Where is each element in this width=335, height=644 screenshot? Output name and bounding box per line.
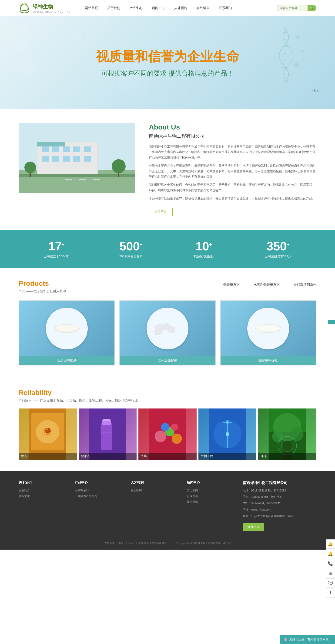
medicine-bg: [138, 408, 197, 460]
reliability-eco[interactable]: 环保: [258, 408, 316, 460]
nav-home[interactable]: 网站首页: [85, 6, 98, 10]
svg-rect-50: [101, 432, 112, 432]
logo-chinese: 绿神生物: [33, 3, 71, 10]
hero-subtitle: 可根据客户不同的要求 提供合格满意的产品！: [96, 69, 239, 78]
footer-address: 地址：江苏省南通市百四鑫桃梅源工业园: [243, 514, 316, 519]
product-label-0: 食品级壳聚糖: [19, 356, 114, 365]
svg-line-7: [284, 74, 288, 74]
hero-title: 视质量和信誉为企业生命: [96, 48, 239, 66]
about-section: About Us 南通绿神生物工程有限公司 南通绿神生物工程有限公司于多年成立于…: [0, 109, 335, 230]
footer-recruit-link-0[interactable]: 社会招聘: [131, 488, 180, 493]
online-consult-fixed[interactable]: 在线咨询: [328, 320, 335, 324]
dna-decoration: [251, 23, 316, 88]
product-img-2: [221, 300, 316, 356]
nav-products[interactable]: 产品中心: [130, 6, 143, 10]
hero-title-part1: 视: [96, 49, 109, 64]
reliability-grid: 🥮 食品 化妆品: [19, 408, 316, 460]
about-building-image: [19, 123, 135, 193]
products-tab-1[interactable]: 水溶性壳聚糖系列: [254, 283, 280, 287]
reliability-cosmetic[interactable]: 化妆品: [79, 408, 137, 460]
svg-rect-33: [93, 179, 100, 180]
footer-grid: 关于我们 企业简介 企业文化 产品中心 壳聚糖系列 不可描述产品系列 人才招聘 …: [19, 480, 316, 531]
footer-bottom-link-3[interactable]: 把绿神生物添加到收藏夹！: [138, 542, 169, 544]
eco-bg: [258, 408, 316, 460]
svg-rect-22: [63, 156, 70, 162]
reliability-title-en: Reliability: [19, 389, 52, 397]
svg-rect-47: [101, 422, 112, 450]
footer-bottom: 友情链接 | RSS | XML | 把绿神生物添加到收藏夹！ Copyrigh…: [19, 538, 316, 545]
reliability-medicine[interactable]: 医药: [138, 408, 197, 460]
footer-online-btn[interactable]: 在线咨询: [243, 523, 264, 531]
hero-banner: 视质量和信誉为企业生命 可根据客户不同的要求 提供合格满意的产品！ • 03: [0, 16, 335, 109]
svg-rect-23: [73, 156, 80, 162]
svg-line-2: [283, 40, 290, 40]
svg-line-1: [284, 32, 288, 32]
reliability-bio[interactable]: 生物工程: [198, 408, 257, 460]
footer-news-link-2[interactable]: 技术资讯: [187, 500, 236, 504]
about-more-button[interactable]: 查看更多: [149, 208, 173, 216]
reliability-header: Reliability: [19, 389, 316, 397]
reliability-bio-label: 生物工程: [198, 453, 257, 460]
about-text-2: 公司的主要产品有：壳聚糖系列、氨基葡萄糖系列、天然溶清剂系列、水溶性壳聚糖系列，…: [149, 163, 316, 179]
svg-point-9: [301, 50, 304, 52]
nav-recruit[interactable]: 人才招聘: [174, 6, 187, 10]
reliability-eco-label: 环保: [258, 453, 316, 460]
logo-text: 绿神生物 LUSHEN BIOENGINEERING: [33, 3, 71, 13]
product-card-1[interactable]: 工业级壳聚糖: [119, 300, 215, 366]
footer: 关于我们 企业简介 企业文化 产品中心 壳聚糖系列 不可描述产品系列 人才招聘 …: [0, 471, 335, 550]
stat-capital: 350+ 公司注册资本358万: [265, 239, 291, 258]
footer-news-link-1[interactable]: 行业资讯: [187, 494, 236, 498]
stat-team-num: 10+: [193, 239, 214, 253]
products-sub: 产品 —— 把专业和责任融入其中: [19, 289, 316, 294]
product-card-2[interactable]: 壳聚糖季铵盐: [220, 300, 316, 366]
svg-point-62: [226, 421, 229, 424]
hero-content: 视质量和信誉为企业生命 可根据客户不同的要求 提供合格满意的产品！: [96, 48, 239, 78]
products-header: Products 壳聚糖系列 水溶性壳聚糖系列 天然溶清剂系列: [19, 280, 316, 287]
about-text-4: 本公司坚守以质量求生存，以信誉求发展的准则，视质量和信誉为企业生命，可根据客户不…: [149, 196, 316, 201]
sidebar-bell-2[interactable]: 🔔: [326, 549, 335, 550]
nav-message[interactable]: 在线留言: [197, 6, 210, 10]
svg-rect-26: [19, 174, 135, 177]
nav-about[interactable]: 关于我们: [107, 6, 120, 10]
footer-product-link-1[interactable]: 不可描述产品系列: [75, 494, 124, 498]
product-card-0[interactable]: 食品级壳聚糖: [19, 300, 115, 366]
nav-news[interactable]: 新闻中心: [152, 6, 165, 10]
logo: 绿神生物 LUSHEN BIOENGINEERING: [19, 3, 71, 13]
product-label-2: 壳聚糖季铵盐: [221, 356, 316, 365]
footer-about-link-1[interactable]: 企业文化: [19, 494, 68, 498]
eco-svg: [258, 408, 316, 460]
footer-bottom-link-2[interactable]: XML: [129, 542, 134, 544]
reliability-food[interactable]: 🥮 食品: [19, 408, 77, 460]
sidebar-bell-1[interactable]: 🔔: [326, 540, 335, 549]
search-input[interactable]: [277, 5, 307, 11]
footer-news-title: 新闻中心: [187, 480, 236, 485]
products-section: Products 壳聚糖系列 水溶性壳聚糖系列 天然溶清剂系列 产品 —— 把专…: [0, 268, 335, 377]
svg-rect-51: [102, 439, 111, 439]
footer-company-col: 南通绿神生物工程有限公司 电话：0513-83411828、83436838 手…: [243, 480, 316, 531]
products-tab-0[interactable]: 壳聚糖系列: [223, 283, 240, 287]
stat-capital-label: 公司注册资本358万: [265, 254, 291, 258]
footer-news-link-0[interactable]: 公司新闻: [187, 488, 236, 493]
reliability-medicine-label: 医药: [138, 453, 197, 460]
footer-news-col: 新闻中心 公司新闻 行业资讯 技术资讯: [187, 480, 236, 531]
footer-product-link-0[interactable]: 壳聚糖系列: [75, 488, 124, 493]
svg-line-4: [284, 54, 288, 54]
stat-team: 10+ 专业型员组团队: [193, 239, 214, 258]
bio-bg: [198, 408, 257, 460]
footer-about-link-0[interactable]: 企业简介: [19, 488, 68, 493]
cosmetic-svg: [79, 408, 137, 460]
svg-marker-39: [154, 330, 162, 335]
medicine-svg: [138, 408, 197, 460]
footer-about-col: 关于我们 企业简介 企业文化: [19, 480, 68, 531]
svg-marker-38: [168, 326, 175, 333]
cosmetic-bg: [79, 408, 137, 460]
logo-english: LUSHEN BIOENGINEERING: [33, 10, 71, 13]
svg-point-27: [25, 162, 36, 173]
products-tab-2[interactable]: 天然溶清剂系列: [293, 283, 316, 287]
footer-bottom-link-0[interactable]: 友情链接: [105, 542, 115, 544]
about-text-1: 南通绿神生物工程有限公司于多年成立于中国东部四省省，是专业从事甲壳素、壳聚糖及制…: [149, 144, 316, 160]
svg-point-35: [55, 325, 78, 331]
footer-bottom-link-1[interactable]: RSS: [119, 542, 124, 544]
search-button[interactable]: 🔍: [307, 5, 316, 11]
nav-contact[interactable]: 联系我们: [219, 6, 232, 10]
